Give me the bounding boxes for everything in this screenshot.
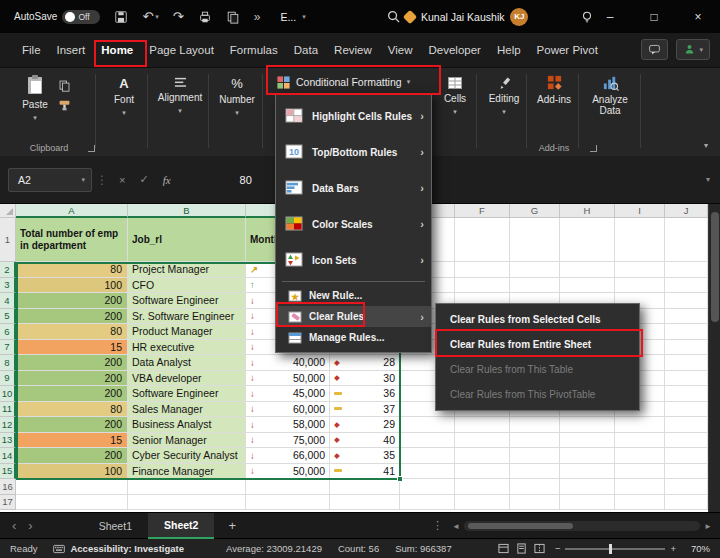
zoom-in-icon[interactable]: + [670, 543, 676, 554]
cell-I17[interactable] [615, 495, 665, 511]
sheet-nav-back-icon[interactable]: ‹ [12, 518, 16, 533]
cell-I16[interactable] [615, 479, 665, 495]
horizontal-scrollbar[interactable]: ◄ ► [452, 519, 712, 533]
cell-B13[interactable]: Senior Manager [128, 433, 246, 449]
cell-J12[interactable] [665, 417, 708, 433]
conditional-formatting-button[interactable]: Conditional Formatting ▾ [270, 71, 416, 93]
menu-item-new-rule[interactable]: ★ New Rule... [276, 285, 431, 306]
tab-file[interactable]: File [14, 37, 49, 63]
cell-D17[interactable] [330, 495, 400, 511]
cell-H14[interactable] [560, 448, 615, 464]
close-button[interactable]: × [676, 0, 720, 33]
copy-button[interactable] [226, 10, 240, 24]
cell-A12[interactable]: 200 [16, 417, 128, 433]
tab-view[interactable]: View [380, 37, 421, 63]
cell-F14[interactable] [455, 448, 510, 464]
cell-C17[interactable] [246, 495, 330, 511]
cell-J14[interactable] [665, 448, 708, 464]
vertical-scroll-thumb[interactable] [711, 212, 719, 322]
analyze-data-button[interactable]: Analyze Data [584, 74, 636, 116]
status-average[interactable]: Average: 23009.21429 [226, 543, 322, 554]
cell-B17[interactable] [128, 495, 246, 511]
row-header-6[interactable]: 6 [0, 324, 16, 340]
cell-I14[interactable] [615, 448, 665, 464]
status-sum[interactable]: Sum: 966387 [395, 543, 452, 554]
comments-button[interactable] [641, 39, 668, 60]
cell-A8[interactable]: 200 [16, 355, 128, 371]
cell-J8[interactable] [665, 355, 708, 371]
addins-dialog-launcher[interactable] [590, 145, 597, 152]
row-header-12[interactable]: 12 [0, 417, 16, 433]
cell-J15[interactable] [665, 464, 708, 480]
cell-D14[interactable]: ◆35 [330, 448, 400, 464]
cell-D12[interactable]: ◆29 [330, 417, 400, 433]
cell-G12[interactable] [510, 417, 560, 433]
vertical-scrollbar[interactable] [708, 204, 720, 512]
quick-access-overflow-button[interactable]: » [254, 10, 261, 24]
format-painter-button[interactable] [58, 98, 71, 116]
tab-page-layout[interactable]: Page Layout [141, 37, 222, 63]
document-name[interactable]: E... ▾ [280, 11, 305, 23]
cell-D15[interactable]: 41 [330, 464, 400, 480]
cell-E17[interactable] [400, 495, 455, 511]
cell-J1[interactable] [665, 218, 708, 262]
cell-B5[interactable]: Sr. Software Engineer [128, 309, 246, 325]
cell-E12[interactable] [400, 417, 455, 433]
cell-B11[interactable]: Sales Manager [128, 402, 246, 418]
cell-A7[interactable]: 15 [16, 340, 128, 356]
cell-J17[interactable] [665, 495, 708, 511]
row-header-9[interactable]: 9 [0, 371, 16, 387]
cell-E15[interactable] [400, 464, 455, 480]
cell-A15[interactable]: 100 [16, 464, 128, 480]
ribbon-collapse-icon[interactable]: ▾ [704, 141, 708, 150]
cell-F1[interactable] [455, 218, 510, 262]
clipboard-dialog-launcher[interactable] [88, 145, 95, 152]
tab-review[interactable]: Review [326, 37, 380, 63]
cell-C13[interactable]: ↓75,000 [246, 433, 330, 449]
cell-C16[interactable] [246, 479, 330, 495]
cell-F16[interactable] [455, 479, 510, 495]
cell-E13[interactable] [400, 433, 455, 449]
column-header-J[interactable]: J [665, 204, 708, 218]
cell-D9[interactable]: ◆30 [330, 371, 400, 387]
sheet-nav-forward-icon[interactable]: › [28, 518, 32, 533]
cell-I15[interactable] [615, 464, 665, 480]
tab-home[interactable]: Home [93, 37, 141, 63]
cell-F17[interactable] [455, 495, 510, 511]
cell-H13[interactable] [560, 433, 615, 449]
cell-A16[interactable] [16, 479, 128, 495]
cell-A14[interactable]: 200 [16, 448, 128, 464]
tab-developer[interactable]: Developer [421, 37, 489, 63]
cell-D8[interactable]: ◆28 [330, 355, 400, 371]
add-sheet-button[interactable]: + [228, 518, 236, 533]
cell-A4[interactable]: 200 [16, 293, 128, 309]
tab-data[interactable]: Data [286, 37, 326, 63]
paste-button[interactable]: Paste ▾ [16, 74, 54, 122]
cell-F3[interactable] [455, 278, 510, 294]
cell-F2[interactable] [455, 262, 510, 278]
column-header-A[interactable]: A [16, 204, 128, 218]
avatar[interactable]: KJ [510, 8, 528, 26]
cell-B2[interactable]: Project Manager [128, 262, 246, 278]
row-header-17[interactable]: 17 [0, 495, 16, 511]
addins-button[interactable]: Add-ins [530, 74, 578, 105]
row-header-13[interactable]: 13 [0, 433, 16, 449]
cell-J9[interactable] [665, 371, 708, 387]
cell-C8[interactable]: ↓40,000 [246, 355, 330, 371]
status-count[interactable]: Count: 56 [338, 543, 379, 554]
paste-dropdown-icon[interactable]: ▾ [33, 114, 37, 122]
cell-B16[interactable] [128, 479, 246, 495]
alignment-group-button[interactable]: Alignment ▾ [152, 76, 208, 115]
row-header-4[interactable]: 4 [0, 293, 16, 309]
cell-H3[interactable] [560, 278, 615, 294]
cell-F13[interactable] [455, 433, 510, 449]
row-header-5[interactable]: 5 [0, 309, 16, 325]
print-button[interactable] [198, 10, 212, 24]
cells-group-button[interactable]: Cells ▾ [434, 76, 476, 116]
cell-D13[interactable]: ◆40 [330, 433, 400, 449]
cell-J13[interactable] [665, 433, 708, 449]
cell-C11[interactable]: ↓60,000 [246, 402, 330, 418]
save-button[interactable] [114, 10, 128, 24]
row-header-8[interactable]: 8 [0, 355, 16, 371]
menu-item-top-bottom-rules[interactable]: 10 Top/Bottom Rules › [276, 134, 431, 170]
